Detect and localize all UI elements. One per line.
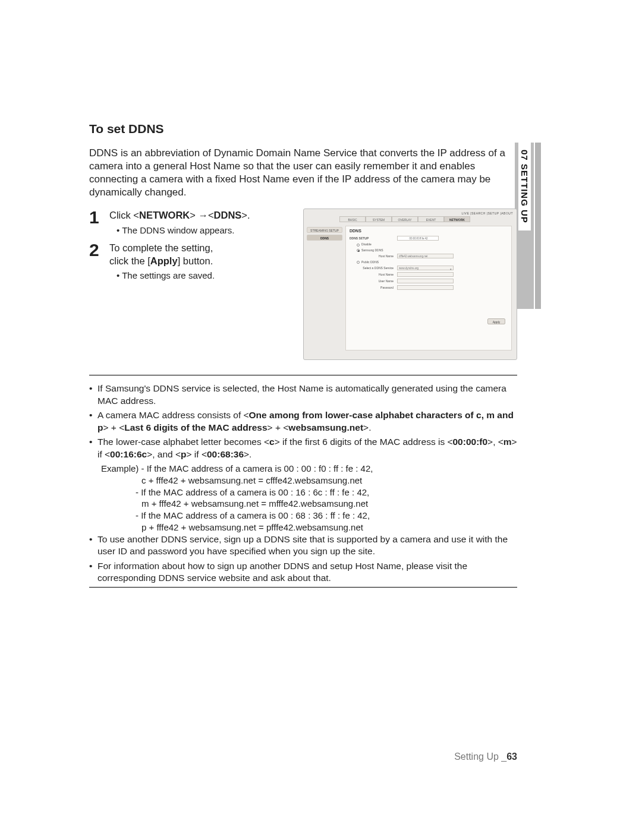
fig-tabs: BASIC SYSTEM OVERLAY EVENT NETWORK <box>339 216 470 222</box>
ddns-setup-label: DDNS SETUP <box>350 236 397 240</box>
step-text: > <box>190 210 196 220</box>
step-sub: The DDNS window appears. <box>117 225 300 236</box>
divider <box>89 587 517 588</box>
apply-button[interactable]: Apply <box>487 318 505 324</box>
opt-public: Public DDNS <box>361 260 379 264</box>
note-text: A camera MAC address consists of <One am… <box>97 409 517 434</box>
hostname2-input[interactable] <box>397 272 454 277</box>
fig-sidebar: STREAMING SETUP DDNS <box>307 227 342 242</box>
opt-disable: Disable <box>361 242 372 246</box>
tab-overlay[interactable]: OVERLAY <box>392 216 418 222</box>
ddns-screenshot: LIVE |SEARCH |SETUP |ABOUT BASIC SYSTEM … <box>303 209 517 360</box>
page-footer: Setting Up _63 <box>89 751 517 762</box>
page-number: 63 <box>506 751 517 762</box>
mac-display: 00:00:f0:ff:fe:42 <box>397 236 439 241</box>
hostname-input[interactable]: cfffe42.websamsung.net <box>397 254 454 258</box>
fig-topnav: LIVE |SEARCH |SETUP |ABOUT <box>461 211 513 215</box>
example-block: Example) - If the MAC address of a camer… <box>101 463 517 533</box>
hostname2-label: Host Name <box>350 273 397 276</box>
step-text: click the [ <box>109 255 150 266</box>
divider <box>89 375 517 375</box>
note-text: To use another DDNS service, sign up a D… <box>97 533 517 558</box>
select-service-label: Select a DDNS Service <box>350 266 397 270</box>
radio-disable[interactable] <box>357 244 360 247</box>
arrow-icon <box>196 210 208 220</box>
example-line: m + fffe42 + websamsung.net = mfffe42.we… <box>141 498 517 510</box>
example-line: - If the MAC address of a camera is 00 :… <box>136 510 517 522</box>
username-input[interactable] <box>397 279 454 283</box>
bullet-icon: • <box>89 560 97 585</box>
step-keyword-apply: Apply <box>150 255 178 266</box>
step-keyword-ddns: DDNS <box>214 210 242 220</box>
select-service-dropdown[interactable]: www.dyndns.org▾ <box>397 266 454 270</box>
bullet-icon: • <box>89 533 97 558</box>
opt-samsung: Samsung DDNS <box>361 248 383 252</box>
step-text: To complete the setting, <box>109 242 213 253</box>
example-line: p + fffe42 + websamsung.net = pfffe42.we… <box>141 522 517 533</box>
step-text: Click < <box>109 210 139 220</box>
tab-system[interactable]: SYSTEM <box>366 216 392 222</box>
example-line: - If the MAC address of a camera is 00 :… <box>141 463 373 473</box>
username-label: User Name <box>350 279 397 283</box>
example-line: c + fffe42 + websamsung.net = cfffe42.we… <box>141 475 517 487</box>
step-text: >. <box>241 210 250 220</box>
step-text: ] button. <box>178 255 213 266</box>
bullet-icon: • <box>89 383 97 407</box>
note-item: • If Samsung's DDNS service is selected,… <box>89 383 517 407</box>
password-label: Password <box>350 286 397 289</box>
footer-label: Setting Up _ <box>454 751 506 762</box>
step-number: 1 <box>89 209 107 226</box>
step-sub: The settings are saved. <box>117 270 300 282</box>
step-number: 2 <box>89 241 107 259</box>
note-text: For information about how to sign up ano… <box>97 560 517 585</box>
note-item: • The lower-case alphabet letter becomes… <box>89 436 517 460</box>
hostname-label: Host Name <box>350 254 397 258</box>
page-content: To set DDNS DDNS is an abbreviation of D… <box>89 122 547 605</box>
sidebar-item-ddns[interactable]: DDNS <box>307 235 342 241</box>
tab-event[interactable]: EVENT <box>418 216 444 222</box>
notes-block: • If Samsung's DDNS service is selected,… <box>89 383 517 584</box>
tab-basic[interactable]: BASIC <box>339 216 366 222</box>
step-keyword-network: NETWORK <box>139 210 190 220</box>
bullet-icon: • <box>89 409 97 434</box>
tab-network[interactable]: NETWORK <box>444 216 470 222</box>
chevron-down-icon: ▾ <box>450 267 452 271</box>
intro-paragraph: DDNS is an abbreviation of Dynamic Domai… <box>89 147 517 199</box>
example-label: Example) <box>101 463 139 473</box>
bullet-icon: • <box>89 436 97 460</box>
password-input[interactable] <box>397 285 454 290</box>
radio-public[interactable] <box>357 261 360 264</box>
note-text: If Samsung's DDNS service is selected, t… <box>97 383 517 407</box>
section-title: To set DDNS <box>89 122 547 136</box>
note-text: The lower-case alphabet letter becomes <… <box>97 436 517 460</box>
note-item: • A camera MAC address consists of <One … <box>89 409 517 434</box>
note-item: • To use another DDNS service, sign up a… <box>89 533 517 558</box>
example-line: - If the MAC address of a camera is 00 :… <box>136 487 517 498</box>
steps-area: 1 Click <NETWORK><DDNS>. The DDNS window… <box>89 209 547 363</box>
panel-title: DDNS <box>350 229 508 233</box>
sidebar-item-streaming[interactable]: STREAMING SETUP <box>307 227 342 233</box>
radio-samsung[interactable] <box>357 249 360 252</box>
fig-panel: DDNS DDNS SETUP 00:00:f0:ff:fe:42 Disabl… <box>345 226 512 350</box>
note-item: • For information about how to sign up a… <box>89 560 517 585</box>
